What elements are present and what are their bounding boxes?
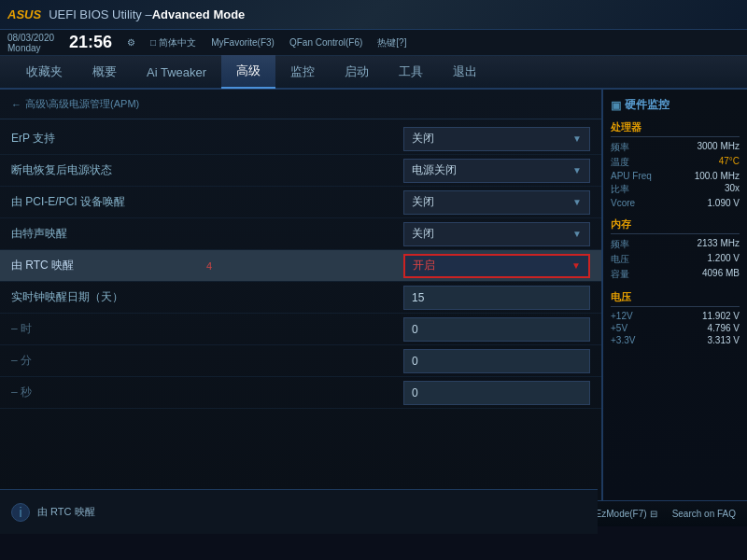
settings-list: ErP 支持 关闭 ▼ 断电恢复后电源状态 电源关闭 ▼ 由 PCI-E/PCI…: [0, 119, 601, 413]
nav-item-monitor[interactable]: 监控: [275, 55, 330, 89]
ez-mode-button[interactable]: EzMode(F7) ⊟: [596, 509, 657, 519]
breadcrumb: ← 高级\高级电源管理(APM): [0, 90, 601, 119]
rtc-badge: 4: [206, 260, 212, 272]
language-selector[interactable]: □ 简体中文: [150, 36, 196, 49]
setting-power-restore: 断电恢复后电源状态 电源关闭 ▼: [0, 155, 601, 187]
setting-hour-label: – 时: [11, 321, 403, 337]
nav-item-advanced[interactable]: 高级: [221, 55, 275, 89]
metric-freq: 频率 3000 MHz: [611, 141, 740, 154]
setting-hour-input[interactable]: 0: [403, 317, 590, 342]
metric-vcore: Vcore 1.090 V: [611, 198, 740, 208]
nav-bar: 收藏夹 概要 Ai Tweaker 高级 监控 启动 工具 退出: [0, 56, 747, 90]
chevron-down-icon: ▼: [571, 260, 581, 271]
metric-temp: 温度 47°C: [611, 156, 740, 169]
processor-header: 处理器: [611, 120, 740, 137]
metric-mem-voltage: 电压 1.200 V: [611, 253, 740, 266]
metric-5v: +5V 4.796 V: [611, 323, 740, 333]
processor-section: 处理器 频率 3000 MHz 温度 47°C APU Freq 100.0 M…: [611, 120, 740, 208]
search-faq-button[interactable]: Search on FAQ: [672, 509, 736, 519]
left-panel: ← 高级\高级电源管理(APM) ErP 支持 关闭 ▼ 断电恢复后电源状态 电…: [0, 90, 602, 500]
setting-rtc-date: 实时钟映醒日期（天） 15: [0, 282, 601, 314]
memory-section: 内存 频率 2133 MHz 电压 1.200 V 容量 4096 MB: [611, 217, 740, 281]
bios-mode: Advanced Mode: [152, 7, 246, 21]
chevron-down-icon: ▼: [572, 165, 582, 175]
hotkey-button[interactable]: 热键[?]: [377, 36, 406, 49]
setting-sound-wake: 由特声映醒 关闭 ▼: [0, 218, 601, 250]
setting-pcie-wake-dropdown[interactable]: 关闭 ▼: [403, 190, 590, 215]
setting-power-restore-dropdown[interactable]: 电源关闭 ▼: [403, 159, 590, 183]
gear-icon: ⚙: [127, 37, 135, 48]
metric-12v: +12V 11.902 V: [611, 311, 740, 321]
day-display: Monday: [7, 43, 54, 53]
voltage-section: 电压 +12V 11.902 V +5V 4.796 V +3.3V 3.313…: [611, 290, 740, 345]
setting-rtc-wake-label: 由 RTC 映醒: [11, 258, 203, 273]
setting-pcie-wake: 由 PCI-E/PCI 设备唤醒 关闭 ▼: [0, 187, 601, 218]
nav-item-favorites[interactable]: 收藏夹: [11, 55, 78, 89]
setting-rtc-date-input[interactable]: 15: [403, 286, 590, 310]
chevron-down-icon: ▼: [572, 229, 582, 239]
voltage-header: 电压: [611, 290, 740, 307]
date-display: 08/03/2020: [7, 33, 54, 43]
time-display: 21:56: [69, 33, 112, 52]
nav-item-ai-tweaker[interactable]: Ai Tweaker: [132, 55, 221, 89]
setting-power-restore-label: 断电恢复后电源状态: [11, 162, 403, 178]
panel-title: ▣ 硬件监控: [611, 97, 740, 113]
info-bar: i 由 RTC 映醒: [0, 489, 598, 500]
monitor-icon: ▣: [611, 99, 621, 112]
setting-second: – 秒 0: [0, 377, 601, 409]
setting-rtc-date-label: 实时钟映醒日期（天）: [11, 289, 403, 305]
memory-header: 内存: [611, 217, 740, 234]
setting-erp: ErP 支持 关闭 ▼: [0, 123, 601, 155]
setting-hour: – 时 0: [0, 314, 601, 345]
breadcrumb-arrow[interactable]: ←: [11, 99, 21, 110]
metric-mem-capacity: 容量 4096 MB: [611, 268, 740, 281]
nav-item-boot[interactable]: 启动: [330, 55, 384, 89]
setting-minute: – 分 0: [0, 345, 601, 377]
header-bar: ASUS UEFI BIOS Utility – Advanced Mode: [0, 0, 747, 30]
setting-rtc-wake: 由 RTC 映醒 4 开启 ▼: [0, 250, 601, 282]
status-bar: 08/03/2020 Monday 21:56 ⚙ □ 简体中文 MyFavor…: [0, 30, 747, 56]
setting-erp-dropdown[interactable]: 关闭 ▼: [403, 127, 590, 151]
asus-logo: ASUS: [7, 7, 41, 21]
metric-mem-freq: 频率 2133 MHz: [611, 238, 740, 251]
nav-item-overview[interactable]: 概要: [78, 55, 132, 89]
setting-pcie-wake-label: 由 PCI-E/PCI 设备唤醒: [11, 194, 403, 210]
info-bar-container: i 由 RTC 映醒: [0, 489, 598, 500]
ez-mode-label: EzMode(F7): [596, 509, 647, 519]
setting-rtc-wake-dropdown[interactable]: 开启 ▼: [403, 254, 590, 278]
nav-item-exit[interactable]: 退出: [438, 55, 492, 89]
metric-ratio: 比率 30x: [611, 183, 740, 196]
setting-minute-input[interactable]: 0: [403, 349, 590, 373]
setting-second-label: – 秒: [11, 385, 403, 400]
setting-minute-label: – 分: [11, 353, 403, 369]
metric-apu-freq: APU Freq 100.0 MHz: [611, 171, 740, 181]
bios-title: UEFI BIOS Utility –: [49, 7, 152, 21]
language-icon: □: [150, 37, 156, 48]
qfan-button[interactable]: QFan Control(F6): [289, 37, 362, 48]
chevron-down-icon: ▼: [572, 197, 582, 207]
myfavorite-button[interactable]: MyFavorite(F3): [211, 37, 275, 48]
setting-second-input[interactable]: 0: [403, 381, 590, 405]
setting-sound-wake-label: 由特声映醒: [11, 226, 403, 242]
chevron-down-icon: ▼: [572, 133, 582, 144]
ez-mode-icon: ⊟: [650, 509, 657, 519]
setting-erp-label: ErP 支持: [11, 131, 403, 147]
right-panel: ▣ 硬件监控 处理器 频率 3000 MHz 温度 47°C APU Freq …: [602, 90, 747, 500]
nav-item-tools[interactable]: 工具: [384, 55, 438, 89]
main-layout: ← 高级\高级电源管理(APM) ErP 支持 关闭 ▼ 断电恢复后电源状态 电…: [0, 90, 747, 500]
breadcrumb-path: 高级\高级电源管理(APM): [25, 97, 139, 111]
metric-33v: +3.3V 3.313 V: [611, 335, 740, 345]
setting-sound-wake-dropdown[interactable]: 关闭 ▼: [403, 222, 590, 246]
